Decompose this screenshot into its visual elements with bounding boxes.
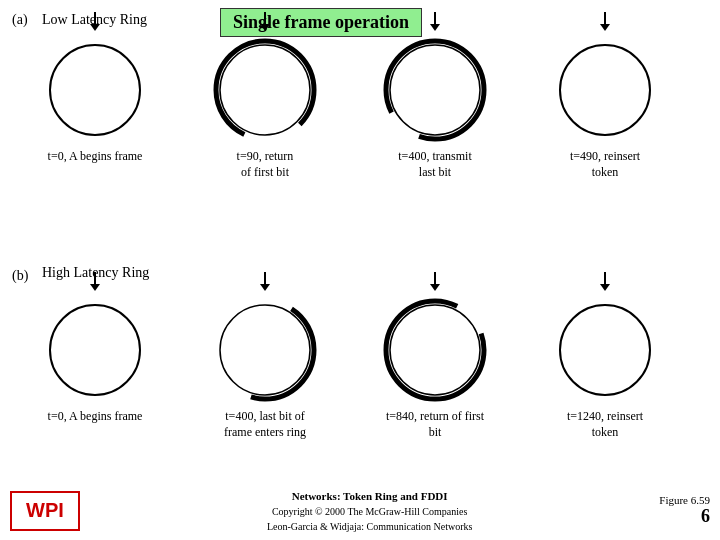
caption-a-3: t=490, reinserttoken (570, 149, 640, 180)
arrow-b-2 (430, 272, 440, 291)
svg-point-3 (390, 45, 480, 135)
col-b-1: t=400, last bit offrame enters ring (180, 270, 350, 440)
caption-b-1: t=400, last bit offrame enters ring (224, 409, 306, 440)
figure-num: 6 (659, 506, 710, 527)
figure-text: Figure 6.59 (659, 494, 710, 506)
svg-point-9 (390, 305, 480, 395)
svg-point-7 (220, 305, 310, 395)
ring-svg-b-1 (210, 295, 320, 405)
caption-b-2: t=840, return of firstbit (386, 409, 484, 440)
ring-svg-a-3 (550, 35, 660, 145)
ring-b-2 (380, 295, 490, 405)
svg-point-5 (560, 45, 650, 135)
svg-point-8 (216, 301, 314, 399)
arrow-line (94, 12, 96, 24)
ring-a-3 (550, 35, 660, 145)
ring-svg-a-1 (210, 35, 320, 145)
row-b: t=0, A begins frame t=400, last bit offr… (10, 270, 710, 440)
col-b-2: t=840, return of firstbit (350, 270, 520, 440)
caption-a-1: t=90, returnof first bit (237, 149, 294, 180)
caption-b-0: t=0, A begins frame (48, 409, 143, 425)
svg-point-11 (560, 305, 650, 395)
arrow-head (260, 24, 270, 31)
ring-svg-b-3 (550, 295, 660, 405)
svg-point-2 (216, 41, 314, 139)
arrow-head (430, 284, 440, 291)
arrow-line (604, 12, 606, 24)
arrow-head (430, 24, 440, 31)
svg-point-6 (50, 305, 140, 395)
arrow-b-1 (260, 272, 270, 291)
arrow-line (604, 272, 606, 284)
col-a-3: t=490, reinserttoken (520, 10, 690, 180)
caption-b-3: t=1240, reinserttoken (567, 409, 643, 440)
arrow-a-3 (600, 12, 610, 31)
ring-a-2 (380, 35, 490, 145)
arrow-head (600, 24, 610, 31)
arrow-b-3 (600, 272, 610, 291)
arrow-head (90, 284, 100, 291)
arrow-head (600, 284, 610, 291)
arrow-line (434, 12, 436, 24)
arrow-line (264, 272, 266, 284)
arrow-head (260, 284, 270, 291)
ring-svg-b-2 (380, 295, 490, 405)
wpi-text: WPI (26, 499, 64, 522)
arrow-head (90, 24, 100, 31)
arrow-b-0 (90, 272, 100, 291)
bottom-center-text: Networks: Token Ring and FDDI Copyright … (90, 488, 649, 535)
ring-b-3 (550, 295, 660, 405)
arrow-a-0 (90, 12, 100, 31)
arrow-line (434, 272, 436, 284)
col-a-2: t=400, transmitlast bit (350, 10, 520, 180)
bottom-bar: WPI Networks: Token Ring and FDDI Copyri… (0, 488, 720, 535)
ring-b-0 (40, 295, 150, 405)
copyright-text: Copyright © 2000 The McGraw-Hill Compani… (90, 504, 649, 519)
caption-a-2: t=400, transmitlast bit (398, 149, 471, 180)
arrow-a-1 (260, 12, 270, 31)
arrow-line (94, 272, 96, 284)
arrow-a-2 (430, 12, 440, 31)
col-a-0: t=0, A begins frame (10, 10, 180, 165)
figure-label: Figure 6.59 6 (659, 494, 710, 527)
col-b-3: t=1240, reinserttoken (520, 270, 690, 440)
ring-a-0 (40, 35, 150, 145)
networks-title: Networks: Token Ring and FDDI (90, 488, 649, 505)
caption-a-0: t=0, A begins frame (48, 149, 143, 165)
svg-point-1 (220, 45, 310, 135)
ring-svg-b-0 (40, 295, 150, 405)
arrow-line (264, 12, 266, 24)
ring-svg-a-0 (40, 35, 150, 145)
ring-svg-a-2 (380, 35, 490, 145)
svg-point-4 (386, 41, 484, 139)
ring-b-1 (210, 295, 320, 405)
col-b-0: t=0, A begins frame (10, 270, 180, 425)
svg-point-0 (50, 45, 140, 135)
col-a-1: t=90, returnof first bit (180, 10, 350, 180)
wpi-logo: WPI (10, 491, 80, 531)
svg-point-10 (386, 301, 484, 399)
author-text: Leon-Garcia & Widjaja: Communication Net… (90, 519, 649, 534)
ring-a-1 (210, 35, 320, 145)
row-a: t=0, A begins frame t=90, returnof first… (10, 10, 710, 180)
